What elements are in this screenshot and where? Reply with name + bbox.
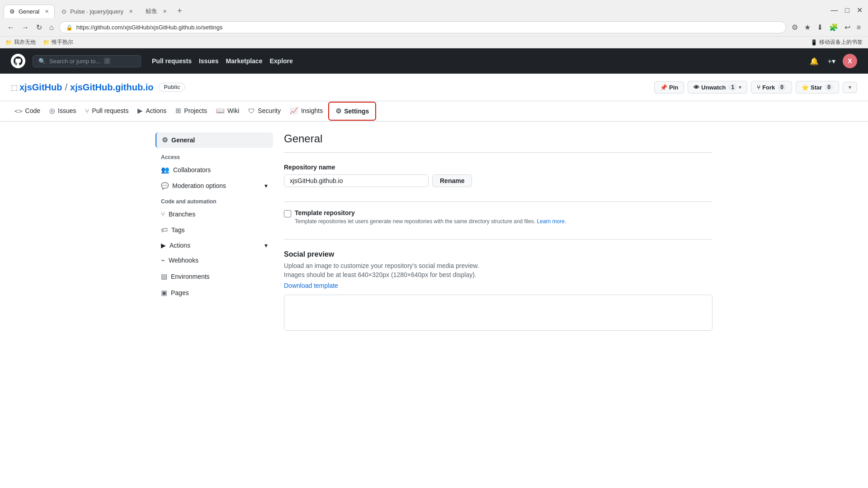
maximize-button[interactable]: □ (843, 4, 851, 16)
template-desc-text: Template repositories let users generate… (295, 218, 535, 225)
bookmark-button[interactable]: ★ (802, 21, 812, 33)
sidebar-item-webhooks[interactable]: ⌁ Webhooks (156, 253, 273, 268)
star-dropdown-button[interactable]: ▾ (843, 82, 857, 93)
new-item-button[interactable]: +▾ (826, 55, 837, 67)
pin-label: Pin (669, 84, 678, 91)
tab-close-pulse[interactable]: ✕ (129, 9, 133, 14)
bookmark-1[interactable]: 📁 我亦无他 (5, 38, 36, 46)
sidebar-environments-label: Environments (171, 273, 210, 280)
watch-count: 1 (728, 84, 737, 91)
tab-pulse[interactable]: ⊙ Pulse · jquery/jquery ✕ (56, 5, 139, 18)
main-content: ⚙ General Access 👥 Collaborators 💬 Moder… (145, 122, 723, 342)
sidebar-item-tags[interactable]: 🏷 Tags (156, 222, 273, 237)
nav-tab-pull-requests[interactable]: ⑂ Pull requests (81, 102, 132, 121)
nav-tab-wiki[interactable]: 📖 Wiki (212, 101, 243, 121)
bookmark-folder-icon-2: 📁 (43, 39, 50, 46)
extensions-button[interactable]: ⚙ (790, 21, 800, 33)
tab-title-fish: 鲸鱼 (146, 7, 157, 15)
menu-button[interactable]: ≡ (855, 22, 863, 33)
repo-header: ⬚ xjsGitHub / xjsGitHub.github.io Public… (0, 74, 868, 101)
refresh-button[interactable]: ↻ (34, 21, 44, 33)
github-header: 🔍 Search or jump to... / Pull requests I… (0, 48, 868, 74)
mobile-device-icon: 📱 (811, 39, 817, 46)
projects-nav-label: Projects (184, 107, 207, 114)
search-box[interactable]: 🔍 Search or jump to... / (33, 55, 141, 67)
nav-tab-settings[interactable]: ⚙ Settings (328, 102, 376, 121)
tab-fish[interactable]: 鲸鱼 ✕ (140, 4, 173, 19)
collaborators-icon: 👥 (161, 166, 170, 174)
social-preview-area (284, 295, 712, 331)
search-kbd: / (104, 58, 110, 64)
breadcrumb-slash: / (65, 82, 67, 93)
nav-tab-code[interactable]: <> Code (11, 102, 44, 121)
pin-button[interactable]: 📌 Pin (654, 81, 684, 94)
tab-close-general[interactable]: ✕ (45, 9, 49, 14)
unwatch-button[interactable]: 👁 Unwatch 1 ▾ (688, 81, 747, 94)
repo-owner[interactable]: xjsGitHub (19, 82, 62, 93)
repo-name[interactable]: xjsGitHub.github.io (70, 82, 153, 93)
bookmark-folder-icon-1: 📁 (5, 39, 12, 46)
new-tab-button[interactable]: + (174, 5, 186, 18)
nav-tab-insights[interactable]: 📈 Insights (286, 101, 326, 121)
sidebar-item-moderation[interactable]: 💬 Moderation options ▾ (156, 178, 273, 193)
sidebar-item-pages[interactable]: ▣ Pages (156, 285, 273, 300)
forward-button[interactable]: → (20, 22, 31, 33)
address-bar[interactable]: 🔒 https://github.com/xjsGitHub/xjsGitHub… (59, 21, 786, 33)
notifications-button[interactable]: 🔔 (808, 55, 821, 67)
sidebar-item-general[interactable]: ⚙ General (156, 132, 273, 148)
download-button[interactable]: ⬇ (815, 21, 825, 33)
sidebar-item-collaborators[interactable]: 👥 Collaborators (156, 162, 273, 178)
close-browser-button[interactable]: ✕ (855, 4, 864, 16)
sidebar-item-actions[interactable]: ▶ Actions ▾ (156, 238, 273, 253)
repo-name-row: Rename (284, 174, 712, 187)
fork-button[interactable]: ⑂ Fork 0 (751, 81, 792, 94)
sidebar-tags-label: Tags (171, 226, 185, 234)
code-automation-section-label: Code and automation (156, 193, 273, 206)
repo-name-section-title: Repository name (284, 164, 712, 171)
nav-tab-actions[interactable]: ▶ Actions (134, 101, 170, 121)
insights-nav-icon: 📈 (290, 107, 298, 115)
avatar[interactable]: X (843, 54, 857, 68)
nav-issues[interactable]: Issues (199, 57, 219, 65)
download-template-link[interactable]: Download template (284, 282, 712, 289)
browser-extensions-btn[interactable]: 🧩 (827, 21, 840, 33)
nav-pull-requests[interactable]: Pull requests (152, 57, 192, 65)
issues-nav-label: Issues (58, 107, 76, 114)
home-button[interactable]: ⌂ (47, 22, 56, 33)
mobile-bookmarks[interactable]: 📱 移动设备上的书签 (811, 38, 863, 46)
nav-tab-issues[interactable]: ◎ Issues (46, 101, 80, 121)
bookmark-2[interactable]: 📁 惟手熟尔 (43, 38, 73, 46)
template-repo-checkbox[interactable] (284, 210, 291, 217)
settings-nav-icon: ⚙ (335, 107, 341, 115)
template-repo-section: Template repository Template repositorie… (284, 209, 712, 225)
url-text: https://github.com/xjsGitHub/xjsGitHub.g… (76, 24, 779, 31)
star-button[interactable]: ⭐ Star 0 (796, 81, 839, 94)
back-button[interactable]: ← (5, 22, 16, 33)
environments-icon: ▤ (161, 272, 167, 281)
rename-button[interactable]: Rename (432, 174, 472, 187)
actions-nav-label: Actions (146, 107, 166, 114)
tab-general[interactable]: ⚙ General ✕ (4, 5, 55, 18)
sidebar-item-branches[interactable]: ⑂ Branches (156, 206, 273, 221)
nav-marketplace[interactable]: Marketplace (226, 57, 263, 65)
tab-close-fish[interactable]: ✕ (163, 9, 167, 14)
sidebar-actions-label: Actions (170, 242, 190, 249)
mobile-bookmarks-label: 移动设备上的书签 (819, 38, 863, 46)
nav-explore[interactable]: Explore (269, 57, 292, 65)
webhooks-icon: ⌁ (161, 256, 165, 264)
visibility-badge: Public (159, 83, 185, 92)
github-logo[interactable] (11, 54, 25, 68)
nav-tab-projects[interactable]: ⊞ Projects (172, 101, 211, 121)
projects-nav-icon: ⊞ (175, 107, 181, 115)
page-title: General (284, 132, 712, 153)
repo-name-input[interactable] (284, 174, 429, 187)
minimize-button[interactable]: — (829, 4, 840, 16)
settings-content: General Repository name Rename Template … (284, 132, 712, 331)
learn-more-link[interactable]: Learn more. (537, 218, 566, 225)
sidebar-item-environments[interactable]: ▤ Environments (156, 269, 273, 284)
repo-nav: <> Code ◎ Issues ⑂ Pull requests ▶ Actio… (0, 101, 868, 122)
template-repo-desc: Template repositories let users generate… (295, 218, 566, 225)
undo-button[interactable]: ↩ (843, 21, 852, 33)
nav-tab-security[interactable]: 🛡 Security (245, 102, 284, 121)
template-repo-label: Template repository (295, 209, 566, 216)
